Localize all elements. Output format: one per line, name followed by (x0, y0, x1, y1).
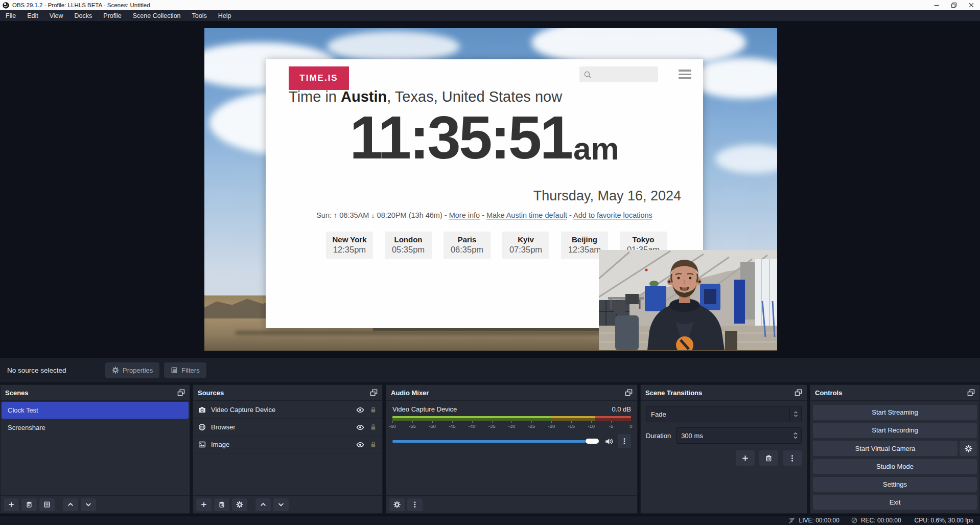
properties-button[interactable]: Properties (105, 362, 159, 378)
scenes-add-button[interactable] (4, 498, 19, 511)
meter-tick-labels: -60 -55 -50 -45 -40 -35 -30 -25 -20 -15 … (392, 423, 631, 430)
scene-transitions-panel: Scene Transitions Fade Duration 300 ms (640, 384, 807, 514)
lock-icon[interactable] (369, 423, 377, 431)
scenes-remove-button[interactable] (21, 498, 37, 511)
stream-inactive-icon (788, 517, 796, 524)
cpu-fps-stats: CPU: 0.6%, 30.00 fps (915, 517, 973, 524)
record-inactive-icon (851, 517, 858, 524)
transitions-menu-button[interactable] (783, 450, 802, 466)
start-recording-button[interactable]: Start Recording (813, 423, 977, 438)
dock-panels: Scenes Clock Test Screenshare Sources Vi… (0, 382, 980, 515)
source-row-video-capture[interactable]: Video Capture Device (193, 401, 382, 419)
sources-remove-button[interactable] (214, 498, 229, 511)
transitions-remove-button[interactable] (759, 450, 778, 466)
city-card-kyiv[interactable]: Kyiv07:35pm (502, 232, 549, 259)
transitions-panel-title: Scene Transitions (645, 389, 702, 397)
start-virtual-camera-button[interactable]: Start Virtual Camera (813, 441, 958, 456)
menu-item-view[interactable]: View (44, 10, 69, 21)
window-title: OBS 29.1.2 - Profile: LLHLS BETA - Scene… (12, 2, 150, 8)
source-context-bar: No source selected Properties Filters (0, 358, 980, 382)
sources-panel-title: Sources (198, 389, 224, 397)
program-canvas[interactable]: TIME.IS Time in Austin, Texas, United St… (204, 28, 777, 351)
transitions-add-button[interactable] (736, 450, 755, 466)
audio-mixer-panel: Audio Mixer Video Capture Device 0.0 dB … (386, 384, 638, 514)
link-add-favorite[interactable]: Add to favorite locations (573, 211, 652, 220)
popout-icon[interactable] (967, 389, 975, 396)
city-card-paris[interactable]: Paris06:35pm (444, 232, 491, 259)
scene-item-clock-test[interactable]: Clock Test (2, 402, 189, 419)
popout-icon[interactable] (370, 389, 378, 396)
city-card-newyork[interactable]: New York12:35pm (326, 232, 373, 259)
mixer-channel-menu-button[interactable] (618, 434, 631, 448)
menu-item-help[interactable]: Help (213, 10, 237, 21)
menu-item-file[interactable]: File (0, 10, 21, 21)
virtual-camera-settings-button[interactable] (960, 441, 977, 456)
timeis-logo[interactable]: TIME.IS (289, 66, 349, 90)
cloud (715, 145, 777, 173)
scene-item-screenshare[interactable]: Screenshare (2, 419, 189, 436)
mixer-db-value: 0.0 dB (612, 405, 631, 413)
search-icon (584, 71, 592, 79)
menu-item-scene-collection[interactable]: Scene Collection (127, 10, 186, 21)
sources-properties-button[interactable] (232, 498, 247, 511)
controls-panel-title: Controls (815, 389, 842, 397)
spinbox-arrows-icon[interactable] (790, 428, 801, 443)
lock-icon[interactable] (369, 441, 377, 448)
city-card-london[interactable]: London05:35pm (385, 232, 432, 259)
sun-info: Sun: ↑ 06:35AM ↓ 08:20PM (13h 46m) - Mor… (266, 211, 703, 219)
sources-move-up-button[interactable] (255, 498, 271, 511)
visibility-eye-icon[interactable] (356, 423, 364, 431)
scenes-panel-title: Scenes (5, 389, 29, 397)
camera-icon (198, 406, 206, 414)
speaker-icon[interactable] (604, 437, 613, 446)
hamburger-menu-icon[interactable] (679, 70, 691, 79)
mixer-menu-button[interactable] (407, 498, 423, 511)
preview-area: TIME.IS Time in Austin, Texas, United St… (0, 21, 980, 358)
dropdown-arrows-icon (789, 406, 801, 422)
source-status-label: No source selected (7, 367, 105, 374)
scenes-filter-button[interactable] (39, 498, 55, 511)
obs-logo-icon (3, 2, 9, 9)
visibility-eye-icon[interactable] (356, 406, 364, 414)
menu-item-edit[interactable]: Edit (21, 10, 44, 21)
scenes-move-down-button[interactable] (81, 498, 96, 511)
menubar: File Edit View Docks Profile Scene Colle… (0, 10, 980, 21)
rec-timer: REC: 00:00:00 (861, 517, 901, 524)
lock-icon[interactable] (369, 406, 377, 414)
duration-spinbox[interactable]: 300 ms (676, 427, 802, 444)
link-make-default[interactable]: Make Austin time default (486, 211, 567, 220)
scenes-panel: Scenes Clock Test Screenshare (0, 384, 190, 514)
menu-item-profile[interactable]: Profile (98, 10, 127, 21)
globe-icon (198, 423, 206, 431)
link-more-info[interactable]: More info (449, 211, 480, 220)
titlebar: OBS 29.1.2 - Profile: LLHLS BETA - Scene… (0, 0, 980, 10)
restore-button[interactable] (945, 0, 963, 10)
volume-slider-handle[interactable] (586, 439, 599, 444)
filter-icon (171, 367, 178, 374)
popout-icon[interactable] (625, 389, 633, 396)
scenes-move-up-button[interactable] (63, 498, 78, 511)
popout-icon[interactable] (177, 389, 185, 396)
date-display: Thursday, May 16, 2024 (533, 188, 681, 204)
volume-meter (392, 416, 631, 421)
menu-item-tools[interactable]: Tools (186, 10, 213, 21)
exit-button[interactable]: Exit (813, 495, 977, 510)
source-row-image[interactable]: Image (193, 436, 382, 453)
sources-add-button[interactable] (196, 498, 212, 511)
timeis-search-box[interactable] (579, 66, 658, 82)
popout-icon[interactable] (795, 389, 802, 396)
source-row-browser[interactable]: Browser (193, 419, 382, 436)
minimize-button[interactable] (928, 0, 945, 10)
volume-slider[interactable] (392, 438, 600, 444)
settings-button[interactable]: Settings (813, 477, 977, 492)
close-button[interactable] (963, 0, 980, 10)
transition-select[interactable]: Fade (646, 406, 802, 422)
start-streaming-button[interactable]: Start Streaming (813, 405, 977, 420)
sources-move-down-button[interactable] (273, 498, 289, 511)
meter-tickmarks (392, 421, 631, 423)
filters-button[interactable]: Filters (164, 362, 206, 378)
menu-item-docks[interactable]: Docks (69, 10, 98, 21)
mixer-advanced-audio-button[interactable] (389, 498, 405, 511)
visibility-eye-icon[interactable] (356, 441, 364, 449)
studio-mode-button[interactable]: Studio Mode (813, 459, 977, 474)
